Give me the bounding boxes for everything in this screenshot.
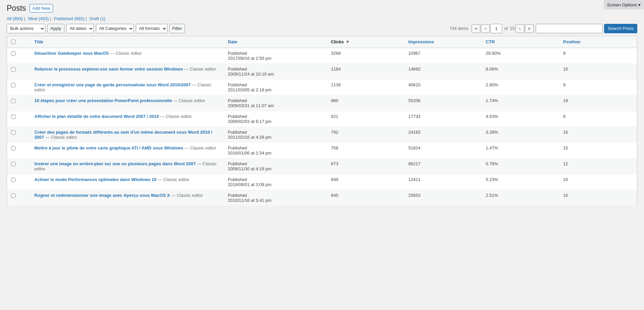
- position-cell: 16: [560, 127, 637, 142]
- clicks-cell: 1184: [328, 63, 405, 79]
- add-new-button[interactable]: Add New: [30, 4, 53, 12]
- impressions-sort-link[interactable]: Impressions: [408, 39, 434, 44]
- position-cell: 16: [560, 63, 637, 79]
- clicks-sort-arrow: ▼: [345, 39, 350, 44]
- row-checkbox[interactable]: [11, 162, 15, 166]
- row-checkbox-cell: [7, 79, 31, 95]
- row-checkbox[interactable]: [11, 67, 15, 72]
- date-cell: Published 2011/02/16 at 4:28 pm: [224, 127, 328, 142]
- date-cell: Published 2009/02/03 at 6:17 pm: [224, 111, 328, 127]
- post-title-link[interactable]: Activer le mode Performances optimales d…: [35, 177, 157, 182]
- row-checkbox[interactable]: [11, 146, 15, 150]
- date-value: 2011/03/05 at 2:18 pm: [228, 87, 271, 92]
- clicks-cell: 673: [328, 158, 405, 174]
- ctr-column-header: CTR: [482, 36, 560, 48]
- current-page-input[interactable]: [490, 24, 502, 33]
- post-title-link[interactable]: 10 étapes pour créer une présentation Po…: [35, 98, 172, 103]
- date-cell: Published 2010/11/16 at 5:41 pm: [224, 190, 328, 206]
- ctr-cell: 1.47%: [482, 142, 560, 158]
- impressions-cell: 86217: [405, 158, 482, 174]
- title-cell: 10 étapes pour créer une présentation Po…: [31, 95, 225, 111]
- date-value: 2018/08/01 at 3:09 pm: [228, 182, 271, 187]
- impressions-cell: 14692: [405, 63, 482, 79]
- row-checkbox[interactable]: [11, 193, 15, 198]
- date-sort-link[interactable]: Date: [228, 39, 237, 44]
- last-page-button[interactable]: »: [525, 24, 534, 33]
- title-cell: Afficher le plan détaillé de votre docum…: [31, 111, 225, 127]
- filter-button[interactable]: Filter: [169, 24, 185, 33]
- ctr-sort-link[interactable]: CTR: [486, 39, 495, 44]
- position-sort-link[interactable]: Position: [563, 39, 580, 44]
- prev-page-button[interactable]: ‹: [481, 24, 490, 33]
- date-filter-select[interactable]: All dates: [66, 24, 94, 33]
- status-all-link[interactable]: All (893): [7, 16, 24, 21]
- table-row: Insérer une image en arrière-plan sur un…: [7, 158, 637, 174]
- select-all-checkbox[interactable]: [11, 40, 15, 44]
- date-cell: Published 2009/11/24 at 10:16 am: [224, 63, 328, 79]
- format-filter-select[interactable]: All formats: [136, 24, 167, 33]
- date-status: Published: [228, 177, 247, 182]
- table-row: Mettre à jour le pilote de votre carte g…: [7, 142, 637, 158]
- clicks-sort-link[interactable]: Clicks ▼: [331, 39, 350, 44]
- row-checkbox-cell: [7, 158, 31, 174]
- post-title-link[interactable]: Relancer le processus explorer.exe sans …: [35, 67, 183, 72]
- clicks-cell: 649: [328, 174, 405, 190]
- search-input[interactable]: [536, 24, 603, 33]
- impressions-cell: 12411: [405, 174, 482, 190]
- clicks-cell: 821: [328, 111, 405, 127]
- post-title-link[interactable]: Désactiver Gatekeeper sous MacOS: [35, 51, 109, 56]
- title-column-header: Title: [31, 36, 225, 48]
- row-checkbox[interactable]: [11, 178, 15, 182]
- impressions-column-header: Impressions: [405, 36, 482, 48]
- table-row: Rogner et redimensionner une image avec …: [7, 190, 637, 206]
- next-page-button[interactable]: ›: [516, 24, 524, 33]
- date-status: Published: [228, 82, 247, 87]
- first-page-button[interactable]: «: [472, 24, 480, 33]
- impressions-cell: 17733: [405, 111, 482, 127]
- date-value: 2016/01/06 at 1:34 pm: [228, 150, 271, 156]
- position-cell: 9: [560, 48, 637, 63]
- status-draft-link[interactable]: Draft (1): [90, 16, 106, 21]
- search-posts-button[interactable]: Search Posts: [604, 24, 637, 33]
- title-cell: Rogner et redimensionner une image avec …: [31, 190, 225, 206]
- title-cell: Mettre à jour le pilote de votre carte g…: [31, 142, 225, 158]
- post-title-link[interactable]: Afficher le plan détaillé de votre docum…: [35, 114, 159, 119]
- bulk-actions-select[interactable]: Bulk actions Edit Move to Trash: [7, 24, 45, 33]
- row-checkbox[interactable]: [11, 99, 15, 103]
- title-sort-link[interactable]: Title: [35, 39, 44, 44]
- posts-table: Title Date Clicks ▼ Impressions: [7, 36, 637, 206]
- apply-button[interactable]: Apply: [47, 24, 64, 33]
- category-filter-select[interactable]: All Categories: [96, 24, 134, 33]
- page-title: Posts: [7, 3, 26, 13]
- post-title-link[interactable]: Créer et enregistrer une page de garde p…: [35, 82, 191, 87]
- post-title-link[interactable]: Mettre à jour le pilote de votre carte g…: [35, 145, 183, 150]
- row-checkbox[interactable]: [11, 83, 15, 87]
- tablenav-top: Bulk actions Edit Move to Trash Apply Al…: [7, 24, 637, 33]
- post-title-link[interactable]: Insérer une image en arrière-plan sur un…: [35, 161, 196, 166]
- impressions-cell: 24163: [405, 127, 482, 142]
- status-filter-nav: All (893) | Mine (453) | Published (892)…: [7, 16, 637, 21]
- screen-options-button[interactable]: Screen Options ▾: [604, 0, 644, 9]
- position-cell: 15: [560, 142, 637, 158]
- table-row: Créer et enregistrer une page de garde p…: [7, 79, 637, 95]
- editor-label: — Classic editor: [45, 135, 77, 140]
- row-checkbox-cell: [7, 111, 31, 127]
- row-checkbox[interactable]: [11, 115, 15, 119]
- date-status: Published: [228, 130, 247, 135]
- title-cell: Insérer une image en arrière-plan sur un…: [31, 158, 225, 174]
- date-status: Published: [228, 114, 247, 119]
- clicks-column-header: Clicks ▼: [328, 36, 405, 48]
- row-checkbox[interactable]: [11, 130, 15, 135]
- impressions-cell: 40610: [405, 79, 482, 95]
- status-mine-link[interactable]: Mine (453): [28, 16, 50, 21]
- date-value: 2009/11/24 at 10:16 am: [228, 72, 274, 77]
- row-checkbox-cell: [7, 127, 31, 142]
- title-cell: Créer des pages de formats différents au…: [31, 127, 225, 142]
- post-title-link[interactable]: Rogner et redimensionner une image avec …: [35, 193, 170, 198]
- editor-label: — Classic editor: [184, 67, 216, 72]
- row-checkbox-cell: [7, 63, 31, 79]
- position-cell: 12: [560, 158, 637, 174]
- status-published-link[interactable]: Published (892): [54, 16, 86, 21]
- date-value: 2009/03/31 at 11:07 am: [228, 103, 274, 108]
- row-checkbox[interactable]: [11, 51, 15, 56]
